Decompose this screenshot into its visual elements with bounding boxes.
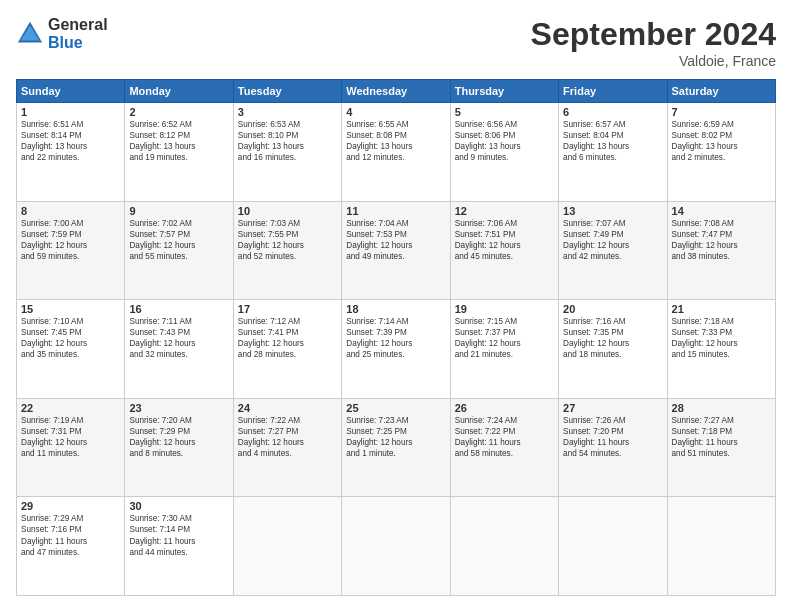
day-info: Sunrise: 7:26 AMSunset: 7:20 PMDaylight:… (563, 415, 662, 459)
day-info: Sunrise: 7:20 AMSunset: 7:29 PMDaylight:… (129, 415, 228, 459)
empty-cell (233, 497, 341, 596)
day-info: Sunrise: 7:03 AMSunset: 7:55 PMDaylight:… (238, 218, 337, 262)
table-row: 9 Sunrise: 7:02 AMSunset: 7:57 PMDayligh… (125, 201, 233, 300)
table-row: 7 Sunrise: 6:59 AMSunset: 8:02 PMDayligh… (667, 103, 775, 202)
calendar-table: Sunday Monday Tuesday Wednesday Thursday… (16, 79, 776, 596)
table-row: 23 Sunrise: 7:20 AMSunset: 7:29 PMDaylig… (125, 398, 233, 497)
day-number: 2 (129, 106, 228, 118)
day-info: Sunrise: 7:16 AMSunset: 7:35 PMDaylight:… (563, 316, 662, 360)
day-info: Sunrise: 7:23 AMSunset: 7:25 PMDaylight:… (346, 415, 445, 459)
day-info: Sunrise: 7:27 AMSunset: 7:18 PMDaylight:… (672, 415, 771, 459)
day-info: Sunrise: 7:06 AMSunset: 7:51 PMDaylight:… (455, 218, 554, 262)
empty-cell (450, 497, 558, 596)
day-number: 8 (21, 205, 120, 217)
table-row: 16 Sunrise: 7:11 AMSunset: 7:43 PMDaylig… (125, 300, 233, 399)
day-info: Sunrise: 7:30 AMSunset: 7:14 PMDaylight:… (129, 513, 228, 557)
calendar-week-3: 15 Sunrise: 7:10 AMSunset: 7:45 PMDaylig… (17, 300, 776, 399)
day-info: Sunrise: 6:55 AMSunset: 8:08 PMDaylight:… (346, 119, 445, 163)
day-number: 28 (672, 402, 771, 414)
month-title: September 2024 (531, 16, 776, 53)
table-row: 27 Sunrise: 7:26 AMSunset: 7:20 PMDaylig… (559, 398, 667, 497)
table-row: 14 Sunrise: 7:08 AMSunset: 7:47 PMDaylig… (667, 201, 775, 300)
day-number: 25 (346, 402, 445, 414)
table-row: 18 Sunrise: 7:14 AMSunset: 7:39 PMDaylig… (342, 300, 450, 399)
day-number: 15 (21, 303, 120, 315)
day-number: 16 (129, 303, 228, 315)
day-number: 14 (672, 205, 771, 217)
calendar-week-5: 29 Sunrise: 7:29 AMSunset: 7:16 PMDaylig… (17, 497, 776, 596)
day-number: 1 (21, 106, 120, 118)
day-number: 13 (563, 205, 662, 217)
day-number: 9 (129, 205, 228, 217)
header-thursday: Thursday (450, 80, 558, 103)
day-number: 4 (346, 106, 445, 118)
day-info: Sunrise: 6:56 AMSunset: 8:06 PMDaylight:… (455, 119, 554, 163)
day-number: 17 (238, 303, 337, 315)
header-friday: Friday (559, 80, 667, 103)
calendar-header-row: Sunday Monday Tuesday Wednesday Thursday… (17, 80, 776, 103)
table-row: 29 Sunrise: 7:29 AMSunset: 7:16 PMDaylig… (17, 497, 125, 596)
table-row: 24 Sunrise: 7:22 AMSunset: 7:27 PMDaylig… (233, 398, 341, 497)
day-info: Sunrise: 7:00 AMSunset: 7:59 PMDaylight:… (21, 218, 120, 262)
table-row: 3 Sunrise: 6:53 AMSunset: 8:10 PMDayligh… (233, 103, 341, 202)
table-row: 19 Sunrise: 7:15 AMSunset: 7:37 PMDaylig… (450, 300, 558, 399)
title-block: September 2024 Valdoie, France (531, 16, 776, 69)
table-row: 6 Sunrise: 6:57 AMSunset: 8:04 PMDayligh… (559, 103, 667, 202)
empty-cell (342, 497, 450, 596)
logo-general: General (48, 16, 108, 34)
day-number: 26 (455, 402, 554, 414)
day-info: Sunrise: 7:19 AMSunset: 7:31 PMDaylight:… (21, 415, 120, 459)
header: General Blue September 2024 Valdoie, Fra… (16, 16, 776, 69)
table-row: 28 Sunrise: 7:27 AMSunset: 7:18 PMDaylig… (667, 398, 775, 497)
day-info: Sunrise: 6:51 AMSunset: 8:14 PMDaylight:… (21, 119, 120, 163)
empty-cell (667, 497, 775, 596)
day-info: Sunrise: 6:52 AMSunset: 8:12 PMDaylight:… (129, 119, 228, 163)
table-row: 25 Sunrise: 7:23 AMSunset: 7:25 PMDaylig… (342, 398, 450, 497)
day-number: 11 (346, 205, 445, 217)
table-row: 12 Sunrise: 7:06 AMSunset: 7:51 PMDaylig… (450, 201, 558, 300)
day-info: Sunrise: 6:59 AMSunset: 8:02 PMDaylight:… (672, 119, 771, 163)
table-row: 2 Sunrise: 6:52 AMSunset: 8:12 PMDayligh… (125, 103, 233, 202)
header-tuesday: Tuesday (233, 80, 341, 103)
empty-cell (559, 497, 667, 596)
day-info: Sunrise: 7:07 AMSunset: 7:49 PMDaylight:… (563, 218, 662, 262)
day-info: Sunrise: 6:53 AMSunset: 8:10 PMDaylight:… (238, 119, 337, 163)
day-info: Sunrise: 7:14 AMSunset: 7:39 PMDaylight:… (346, 316, 445, 360)
table-row: 15 Sunrise: 7:10 AMSunset: 7:45 PMDaylig… (17, 300, 125, 399)
day-info: Sunrise: 6:57 AMSunset: 8:04 PMDaylight:… (563, 119, 662, 163)
day-number: 10 (238, 205, 337, 217)
calendar-week-4: 22 Sunrise: 7:19 AMSunset: 7:31 PMDaylig… (17, 398, 776, 497)
logo: General Blue (16, 16, 108, 51)
day-info: Sunrise: 7:12 AMSunset: 7:41 PMDaylight:… (238, 316, 337, 360)
day-number: 21 (672, 303, 771, 315)
day-info: Sunrise: 7:11 AMSunset: 7:43 PMDaylight:… (129, 316, 228, 360)
day-number: 18 (346, 303, 445, 315)
logo-text: General Blue (48, 16, 108, 51)
table-row: 26 Sunrise: 7:24 AMSunset: 7:22 PMDaylig… (450, 398, 558, 497)
header-monday: Monday (125, 80, 233, 103)
day-number: 29 (21, 500, 120, 512)
table-row: 17 Sunrise: 7:12 AMSunset: 7:41 PMDaylig… (233, 300, 341, 399)
header-sunday: Sunday (17, 80, 125, 103)
table-row: 5 Sunrise: 6:56 AMSunset: 8:06 PMDayligh… (450, 103, 558, 202)
day-number: 27 (563, 402, 662, 414)
table-row: 20 Sunrise: 7:16 AMSunset: 7:35 PMDaylig… (559, 300, 667, 399)
table-row: 22 Sunrise: 7:19 AMSunset: 7:31 PMDaylig… (17, 398, 125, 497)
day-info: Sunrise: 7:22 AMSunset: 7:27 PMDaylight:… (238, 415, 337, 459)
day-number: 23 (129, 402, 228, 414)
table-row: 13 Sunrise: 7:07 AMSunset: 7:49 PMDaylig… (559, 201, 667, 300)
day-number: 24 (238, 402, 337, 414)
day-info: Sunrise: 7:10 AMSunset: 7:45 PMDaylight:… (21, 316, 120, 360)
day-number: 19 (455, 303, 554, 315)
table-row: 8 Sunrise: 7:00 AMSunset: 7:59 PMDayligh… (17, 201, 125, 300)
table-row: 30 Sunrise: 7:30 AMSunset: 7:14 PMDaylig… (125, 497, 233, 596)
table-row: 1 Sunrise: 6:51 AMSunset: 8:14 PMDayligh… (17, 103, 125, 202)
day-number: 5 (455, 106, 554, 118)
day-info: Sunrise: 7:15 AMSunset: 7:37 PMDaylight:… (455, 316, 554, 360)
table-row: 4 Sunrise: 6:55 AMSunset: 8:08 PMDayligh… (342, 103, 450, 202)
day-info: Sunrise: 7:04 AMSunset: 7:53 PMDaylight:… (346, 218, 445, 262)
logo-icon (16, 20, 44, 48)
page: General Blue September 2024 Valdoie, Fra… (0, 0, 792, 612)
calendar-week-2: 8 Sunrise: 7:00 AMSunset: 7:59 PMDayligh… (17, 201, 776, 300)
day-number: 3 (238, 106, 337, 118)
